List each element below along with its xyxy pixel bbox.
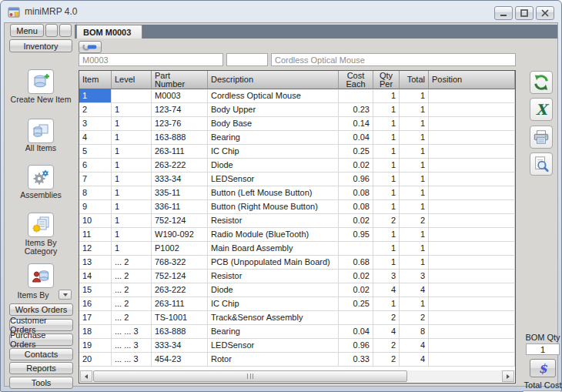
cell-item[interactable]: 20 bbox=[79, 353, 112, 367]
cell-total[interactable]: 1 bbox=[400, 89, 429, 103]
cell-cost-each[interactable]: 0.25 bbox=[339, 145, 373, 159]
cell-description[interactable]: Body Base bbox=[208, 117, 339, 131]
column-header-position[interactable]: Position bbox=[429, 71, 515, 89]
cell-description[interactable]: LEDSensor bbox=[208, 173, 339, 186]
cell-total[interactable]: 1 bbox=[400, 256, 429, 270]
cell-total[interactable]: 8 bbox=[400, 325, 429, 339]
items-by-dropdown-button[interactable] bbox=[59, 290, 72, 300]
cell-level[interactable]: ... ... 3 bbox=[112, 353, 152, 367]
cell-qty-per[interactable]: 1 bbox=[373, 256, 400, 270]
cell-qty-per[interactable]: 2 bbox=[373, 353, 400, 367]
cell-item[interactable]: 19 bbox=[79, 339, 112, 353]
cell-qty-per[interactable]: 1 bbox=[373, 228, 400, 242]
cell-qty-per[interactable]: 1 bbox=[373, 200, 400, 214]
cell-part-number[interactable]: W190-092 bbox=[152, 228, 208, 242]
cell-part-number[interactable]: 263-222 bbox=[152, 283, 208, 297]
cell-total[interactable]: 1 bbox=[400, 297, 429, 311]
cell-description[interactable]: Diode bbox=[208, 283, 339, 297]
cell-position[interactable] bbox=[429, 200, 515, 214]
cell-position[interactable] bbox=[429, 242, 515, 256]
cell-total[interactable]: 1 bbox=[400, 103, 429, 117]
cell-total[interactable]: 4 bbox=[400, 283, 429, 297]
cell-cost-each[interactable]: 0.04 bbox=[339, 325, 373, 339]
cell-cost-each[interactable]: 0.08 bbox=[339, 200, 373, 214]
cell-position[interactable] bbox=[429, 297, 515, 311]
cell-position[interactable] bbox=[429, 103, 515, 117]
cell-part-number[interactable]: 768-322 bbox=[152, 256, 208, 270]
cell-cost-each[interactable]: 0.96 bbox=[339, 339, 373, 353]
cell-position[interactable] bbox=[429, 256, 515, 270]
cell-cost-each[interactable]: 0.96 bbox=[339, 173, 373, 186]
cell-part-number[interactable]: P1002 bbox=[152, 242, 208, 256]
cell-description[interactable]: PCB (Unpopulated Main Board) bbox=[208, 256, 339, 270]
cell-level[interactable]: ... 2 bbox=[112, 311, 152, 325]
cell-level[interactable] bbox=[112, 89, 152, 103]
cell-cost-each[interactable] bbox=[339, 311, 373, 325]
sidebar-button-tools[interactable]: Tools bbox=[9, 377, 73, 389]
part-number-input[interactable] bbox=[79, 53, 223, 66]
cell-level[interactable]: ... 2 bbox=[112, 256, 152, 270]
column-header-item[interactable]: Item bbox=[79, 71, 112, 89]
cell-description[interactable]: Radio Module (BlueTooth) bbox=[208, 228, 339, 242]
assemblies-button[interactable] bbox=[28, 165, 54, 189]
cell-level[interactable]: 1 bbox=[112, 145, 152, 159]
refresh-button[interactable] bbox=[530, 71, 553, 94]
cell-part-number[interactable]: 333-34 bbox=[152, 339, 208, 353]
cell-total[interactable]: 3 bbox=[400, 270, 429, 283]
cell-qty-per[interactable]: 1 bbox=[373, 89, 400, 103]
cell-cost-each[interactable]: 0.23 bbox=[339, 103, 373, 117]
cell-description[interactable]: Button (Right Mouse Button) bbox=[208, 200, 339, 214]
cell-item[interactable]: 4 bbox=[79, 131, 112, 145]
cell-item[interactable]: 5 bbox=[79, 145, 112, 159]
cell-cost-each[interactable]: 0.04 bbox=[339, 131, 373, 145]
sidebar-button-reports[interactable]: Reports bbox=[9, 362, 73, 374]
cell-item[interactable]: 2 bbox=[79, 103, 112, 117]
cell-level[interactable]: ... 2 bbox=[112, 297, 152, 311]
cell-cost-each[interactable]: 0.02 bbox=[339, 270, 373, 283]
cell-qty-per[interactable]: 1 bbox=[373, 103, 400, 117]
column-header-cost-each[interactable]: Cost Each bbox=[339, 71, 373, 89]
cell-part-number[interactable]: 263-111 bbox=[152, 297, 208, 311]
cell-level[interactable]: ... 2 bbox=[112, 283, 152, 297]
cell-total[interactable]: 4 bbox=[400, 339, 429, 353]
bom-qty-input[interactable] bbox=[526, 343, 560, 355]
minimize-button[interactable] bbox=[494, 6, 513, 20]
cell-item[interactable]: 3 bbox=[79, 117, 112, 131]
column-header-description[interactable]: Description bbox=[208, 71, 339, 89]
cell-cost-each[interactable]: 0.02 bbox=[339, 214, 373, 228]
cell-part-number[interactable]: 333-34 bbox=[152, 173, 208, 186]
cell-item[interactable]: 17 bbox=[79, 311, 112, 325]
print-button[interactable] bbox=[530, 126, 553, 149]
cell-cost-each[interactable]: 0.14 bbox=[339, 117, 373, 131]
cell-part-number[interactable]: 752-124 bbox=[152, 270, 208, 283]
cell-level[interactable]: 1 bbox=[112, 214, 152, 228]
calculate-cost-button[interactable]: $ bbox=[530, 359, 556, 377]
description-input[interactable] bbox=[271, 53, 516, 66]
inventory-section-button[interactable]: Inventory bbox=[9, 39, 72, 52]
bom-settings-button[interactable] bbox=[79, 41, 102, 53]
cell-qty-per[interactable]: 1 bbox=[373, 159, 400, 173]
cell-level[interactable]: 1 bbox=[112, 117, 152, 131]
cell-description[interactable]: Bearing bbox=[208, 325, 339, 339]
cell-total[interactable]: 1 bbox=[400, 145, 429, 159]
cell-part-number[interactable]: M0003 bbox=[152, 89, 208, 103]
cell-total[interactable]: 1 bbox=[400, 117, 429, 131]
cell-description[interactable]: Resistor bbox=[208, 214, 339, 228]
cell-description[interactable]: LEDSensor bbox=[208, 339, 339, 353]
cell-qty-per[interactable]: 3 bbox=[373, 270, 400, 283]
sidebar-button-contacts[interactable]: Contacts bbox=[9, 348, 73, 360]
scroll-left-arrow[interactable] bbox=[80, 370, 92, 382]
column-header-part-number[interactable]: Part Number bbox=[152, 71, 208, 89]
cell-item[interactable]: 14 bbox=[79, 270, 112, 283]
cell-item[interactable]: 8 bbox=[79, 186, 112, 200]
cell-cost-each[interactable]: 0.95 bbox=[339, 228, 373, 242]
export-excel-button[interactable]: X bbox=[530, 98, 553, 121]
cell-item[interactable]: 13 bbox=[79, 256, 112, 270]
cell-part-number[interactable]: 336-11 bbox=[152, 200, 208, 214]
cell-part-number[interactable]: 263-111 bbox=[152, 145, 208, 159]
horizontal-scrollbar[interactable] bbox=[80, 370, 514, 382]
cell-cost-each[interactable]: 0.68 bbox=[339, 256, 373, 270]
cell-qty-per[interactable]: 1 bbox=[373, 297, 400, 311]
cell-description[interactable]: Body Upper bbox=[208, 103, 339, 117]
cell-level[interactable]: 1 bbox=[112, 131, 152, 145]
